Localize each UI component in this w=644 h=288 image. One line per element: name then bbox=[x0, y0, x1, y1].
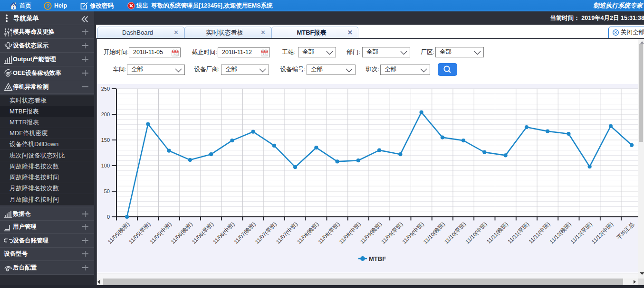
svg-text:11/12(晚班): 11/12(晚班) bbox=[548, 221, 572, 245]
svg-text:11/06(早班): 11/06(早班) bbox=[191, 221, 215, 245]
svg-text:150: 150 bbox=[101, 137, 110, 143]
svg-text:11/10(早班): 11/10(早班) bbox=[443, 221, 467, 245]
svg-text:平均汇总: 平均汇总 bbox=[616, 221, 635, 241]
svg-text:11/11(晚班): 11/11(晚班) bbox=[486, 221, 509, 244]
svg-text:11/12(早班): 11/12(早班) bbox=[569, 221, 593, 245]
svg-text:?: ? bbox=[46, 3, 49, 9]
svg-text:MTBF: MTBF bbox=[369, 255, 386, 262]
svg-text:11/08(早班): 11/08(早班) bbox=[317, 221, 341, 245]
svg-text:50: 50 bbox=[104, 188, 110, 194]
svg-text:11/07(晚班): 11/07(晚班) bbox=[233, 221, 257, 245]
svg-text:250: 250 bbox=[101, 86, 110, 92]
svg-text:11/10(中班): 11/10(中班) bbox=[464, 221, 488, 245]
svg-text:11/09(晚班): 11/09(晚班) bbox=[359, 221, 383, 245]
svg-text:0: 0 bbox=[107, 214, 110, 220]
svg-text:11/05(早班): 11/05(早班) bbox=[128, 221, 152, 245]
svg-text:11/08(晚班): 11/08(晚班) bbox=[296, 221, 320, 245]
svg-text:11/09(中班): 11/09(中班) bbox=[401, 221, 425, 245]
svg-text:11/06(晚班): 11/06(晚班) bbox=[170, 221, 193, 245]
svg-text:11/06(中班): 11/06(中班) bbox=[212, 221, 236, 245]
svg-text:11/08(中班): 11/08(中班) bbox=[338, 221, 362, 245]
svg-text:11/05(中班): 11/05(中班) bbox=[149, 221, 173, 245]
svg-text:11/12(中班): 11/12(中班) bbox=[590, 221, 614, 245]
svg-text:11/05(晚班): 11/05(晚班) bbox=[107, 221, 131, 245]
svg-text:11/07(中班): 11/07(中班) bbox=[275, 221, 299, 245]
svg-text:200: 200 bbox=[101, 111, 110, 117]
svg-text:11/07(早班): 11/07(早班) bbox=[254, 221, 278, 245]
svg-text:11/11(早班): 11/11(早班) bbox=[507, 221, 530, 244]
svg-text:11/11(中班): 11/11(中班) bbox=[528, 221, 551, 244]
svg-text:11/10(晚班): 11/10(晚班) bbox=[422, 221, 446, 245]
svg-text:11/09(早班): 11/09(早班) bbox=[380, 221, 404, 245]
svg-text:100: 100 bbox=[101, 163, 110, 168]
